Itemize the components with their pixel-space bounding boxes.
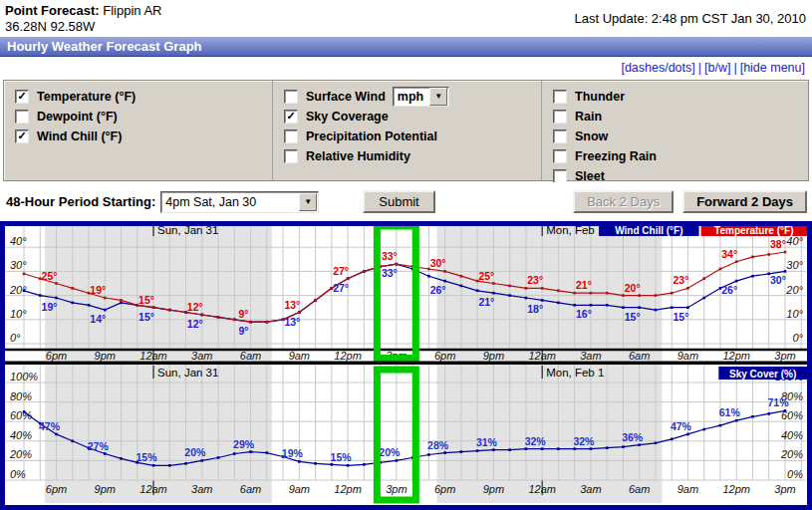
forward-2-days-button[interactable]: Forward 2 Days: [682, 190, 807, 213]
page-title: Hourly Weather Forecast Graph: [0, 37, 812, 57]
surface-wind-unit-select[interactable]: mph▼: [393, 87, 449, 107]
svg-text:20%: 20%: [9, 448, 32, 460]
submit-button[interactable]: Submit: [363, 190, 434, 213]
svg-text:0%: 0%: [787, 468, 803, 480]
svg-text:9pm: 9pm: [483, 350, 504, 362]
svg-text:71%: 71%: [767, 396, 789, 408]
checkbox-precipitation-potential[interactable]: [284, 129, 298, 143]
svg-text:9am: 9am: [289, 483, 310, 495]
svg-text:15°: 15°: [138, 311, 154, 323]
coordinates: 36.28N 92.58W: [5, 19, 162, 35]
checkbox-label-sky-coverage: Sky Coverage: [306, 110, 389, 124]
checkbox-temperature-f[interactable]: ✓: [15, 90, 29, 104]
checkbox-label-thunder: Thunder: [575, 90, 625, 104]
checkbox-label-surface-wind: Surface Wind: [306, 90, 386, 104]
svg-text:0%: 0%: [10, 468, 26, 480]
checkbox-rain[interactable]: [553, 110, 567, 124]
svg-text:19°: 19°: [90, 284, 106, 296]
svg-text:3pm: 3pm: [774, 350, 795, 362]
svg-text:3am: 3am: [191, 350, 212, 362]
control-row-temperature-f: ✓Temperature (°F): [15, 87, 272, 107]
svg-text:47%: 47%: [671, 420, 692, 432]
bw-link[interactable]: [b/w]: [704, 61, 730, 75]
controls-column-precip: ThunderRainSnowFreezing RainSleet: [542, 81, 808, 180]
svg-text:12°: 12°: [187, 301, 203, 313]
svg-text:9pm: 9pm: [95, 483, 116, 495]
svg-text:40%: 40%: [781, 429, 803, 441]
svg-text:12pm: 12pm: [334, 483, 362, 495]
checkbox-dewpoint-f[interactable]: [15, 110, 29, 124]
unit-select-value: mph: [398, 90, 429, 104]
page: { "header": { "point_forecast_label": "P…: [0, 0, 812, 510]
svg-text:13°: 13°: [284, 299, 300, 311]
period-select-value: 4pm Sat, Jan 30: [165, 195, 262, 209]
svg-text:19°: 19°: [42, 301, 58, 313]
controls-column-temperature: ✓Temperature (°F)Dewpoint (°F)✓Wind Chil…: [4, 81, 273, 180]
svg-text:27°: 27°: [333, 265, 349, 277]
control-row-precipitation-potential: Precipitation Potential: [284, 127, 541, 146]
period-label: 48-Hour Period Starting:: [6, 194, 155, 209]
control-row-sky-coverage: ✓Sky Coverage: [284, 107, 541, 127]
hide-menu-link[interactable]: [hide menu]: [740, 61, 805, 75]
point-forecast-block: Point Forecast: Flippin AR 36.28N 92.58W: [5, 3, 162, 35]
svg-text:9am: 9am: [677, 350, 698, 362]
svg-text:38°: 38°: [770, 238, 786, 250]
period-select[interactable]: 4pm Sat, Jan 30 ▼: [160, 191, 319, 213]
checkbox-label-sleet: Sleet: [575, 169, 605, 183]
svg-text:12pm: 12pm: [334, 350, 362, 362]
svg-text:40°: 40°: [786, 235, 803, 247]
checkbox-snow[interactable]: [553, 129, 567, 143]
svg-text:23°: 23°: [674, 274, 689, 286]
svg-text:20%: 20%: [780, 448, 803, 460]
chevron-down-icon: ▼: [299, 193, 317, 211]
svg-text:26°: 26°: [430, 284, 446, 296]
control-row-thunder: Thunder: [553, 87, 808, 107]
period-bar: 48-Hour Period Starting: 4pm Sat, Jan 30…: [0, 182, 812, 221]
hourly-forecast-graph[interactable]: 0°0°10°10°20°20°30°30°40°40°6pm9pm12am3a…: [0, 221, 812, 510]
svg-text:9pm: 9pm: [95, 350, 116, 362]
svg-text:9°: 9°: [239, 325, 249, 337]
svg-text:9am: 9am: [677, 483, 698, 495]
checkbox-freezing-rain[interactable]: [553, 149, 567, 163]
forecast-graph-block: 0°0°10°10°20°20°30°30°40°40°6pm9pm12am3a…: [0, 221, 812, 510]
link-separator: |: [730, 61, 739, 75]
svg-text:25°: 25°: [42, 270, 58, 282]
checkbox-label-precipitation-potential: Precipitation Potential: [306, 129, 437, 143]
point-forecast-location: Flippin AR: [103, 3, 161, 18]
checkbox-label-relative-humidity: Relative Humidity: [306, 149, 410, 163]
svg-text:25°: 25°: [478, 270, 494, 282]
checkbox-label-freezing-rain: Freezing Rain: [575, 149, 657, 163]
svg-text:26°: 26°: [721, 284, 737, 296]
svg-text:Mon, Feb 1: Mon, Feb 1: [546, 367, 604, 379]
svg-text:3am: 3am: [191, 483, 212, 495]
checkbox-label-dewpoint-f: Dewpoint (°F): [37, 110, 118, 124]
svg-text:12°: 12°: [187, 318, 203, 330]
svg-text:15%: 15%: [136, 451, 158, 463]
svg-text:Sun, Jan 31: Sun, Jan 31: [157, 367, 218, 379]
checkbox-thunder[interactable]: [553, 90, 567, 104]
svg-text:15°: 15°: [625, 311, 641, 323]
svg-text:3pm: 3pm: [774, 483, 795, 495]
svg-text:32%: 32%: [525, 435, 547, 447]
checkbox-sleet[interactable]: [553, 169, 567, 183]
svg-text:21°: 21°: [478, 296, 494, 308]
checkbox-relative-humidity[interactable]: [284, 149, 298, 163]
svg-text:13°: 13°: [284, 316, 300, 328]
checkbox-surface-wind[interactable]: [284, 90, 298, 104]
svg-text:14°: 14°: [90, 313, 106, 325]
checkbox-wind-chill-f[interactable]: ✓: [15, 129, 29, 143]
svg-text:6am: 6am: [240, 483, 261, 495]
svg-text:31%: 31%: [476, 436, 498, 448]
checkbox-sky-coverage[interactable]: ✓: [284, 110, 298, 124]
back-2-days-button[interactable]: Back 2 Days: [573, 190, 674, 213]
svg-text:10°: 10°: [10, 308, 27, 320]
svg-text:12pm: 12pm: [722, 483, 750, 495]
svg-text:6pm: 6pm: [46, 483, 67, 495]
svg-text:27%: 27%: [88, 440, 110, 452]
svg-text:29%: 29%: [233, 438, 255, 450]
svg-text:3am: 3am: [580, 483, 601, 495]
dashes-dots-link[interactable]: [dashes/dots]: [621, 61, 694, 75]
svg-text:33°: 33°: [382, 267, 398, 279]
svg-text:9pm: 9pm: [483, 483, 504, 495]
display-options-links: [dashes/dots]|[b/w]|[hide menu]: [621, 61, 805, 75]
